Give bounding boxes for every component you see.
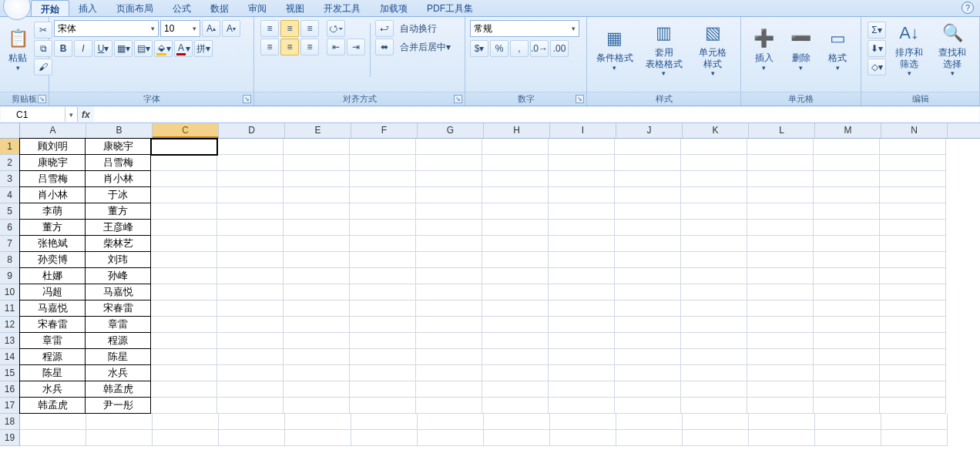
cell-C12[interactable] xyxy=(151,317,217,333)
col-header-M[interactable]: M xyxy=(815,123,881,138)
cell-M1[interactable] xyxy=(814,139,880,155)
cell-G2[interactable] xyxy=(416,155,482,171)
cell-J19[interactable] xyxy=(616,430,683,446)
cell-K3[interactable] xyxy=(681,171,747,187)
cell-F1[interactable] xyxy=(350,139,416,155)
cell-D14[interactable] xyxy=(217,349,284,365)
align-left-button[interactable]: ≡ xyxy=(260,39,279,55)
cell-B3[interactable]: 肖小林 xyxy=(85,170,151,187)
cell-I10[interactable] xyxy=(549,284,615,300)
cell-K16[interactable] xyxy=(681,381,747,398)
cell-A15[interactable]: 陈星 xyxy=(19,364,86,381)
cell-G12[interactable] xyxy=(416,317,482,333)
cell-J15[interactable] xyxy=(615,365,681,381)
row-header-12[interactable]: 12 xyxy=(0,317,19,333)
cell-H4[interactable] xyxy=(482,187,549,203)
cell-K2[interactable] xyxy=(681,155,747,171)
cell-K18[interactable] xyxy=(683,414,749,430)
cell-D5[interactable] xyxy=(217,203,284,220)
cell-I2[interactable] xyxy=(549,155,615,171)
cell-L13[interactable] xyxy=(747,333,814,349)
cell-N13[interactable] xyxy=(880,333,946,349)
align-top-button[interactable]: ≡ xyxy=(260,20,279,37)
cell-D9[interactable] xyxy=(217,268,284,284)
cell-G3[interactable] xyxy=(416,171,482,187)
cell-L11[interactable] xyxy=(747,300,814,317)
phonetic-button[interactable]: 拼▾ xyxy=(194,40,213,57)
cell-I8[interactable] xyxy=(549,252,615,268)
cell-M4[interactable] xyxy=(814,187,880,203)
cell-A19[interactable] xyxy=(20,430,86,446)
row-header-9[interactable]: 9 xyxy=(0,268,19,284)
cell-D4[interactable] xyxy=(217,187,284,203)
cell-B16[interactable]: 韩孟虎 xyxy=(85,381,151,398)
cell-D2[interactable] xyxy=(217,155,284,171)
cell-M7[interactable] xyxy=(814,236,880,252)
cell-I4[interactable] xyxy=(549,187,615,203)
clipboard-launcher[interactable]: ↘ xyxy=(38,95,46,103)
cell-N4[interactable] xyxy=(880,187,946,203)
row-header-13[interactable]: 13 xyxy=(0,333,19,349)
fill-color-button[interactable]: ⬙▾ xyxy=(154,40,173,57)
decrease-indent-button[interactable]: ⇤ xyxy=(327,39,345,55)
cell-J14[interactable] xyxy=(615,349,681,365)
cell-J17[interactable] xyxy=(615,398,681,414)
cell-G14[interactable] xyxy=(416,349,482,365)
cell-L4[interactable] xyxy=(747,187,814,203)
col-header-E[interactable]: E xyxy=(285,123,351,138)
cell-J18[interactable] xyxy=(616,414,683,430)
cell-N6[interactable] xyxy=(880,220,946,236)
col-header-D[interactable]: D xyxy=(219,123,285,138)
cell-I15[interactable] xyxy=(549,365,615,381)
fill-button[interactable]: ⬇▾ xyxy=(868,40,886,57)
number-format-combo[interactable]: 常规▾ xyxy=(470,20,579,37)
cell-B8[interactable]: 刘玮 xyxy=(85,251,151,268)
cell-I3[interactable] xyxy=(549,171,615,187)
cell-K9[interactable] xyxy=(681,268,747,284)
cell-F9[interactable] xyxy=(350,268,416,284)
col-header-C[interactable]: C xyxy=(153,123,219,138)
cell-M18[interactable] xyxy=(815,414,881,430)
row-header-18[interactable]: 18 xyxy=(0,414,19,430)
borders-more-button[interactable]: ▤▾ xyxy=(134,40,153,57)
row-header-14[interactable]: 14 xyxy=(0,349,19,365)
cell-B4[interactable]: 于冰 xyxy=(85,186,151,203)
cell-F5[interactable] xyxy=(350,203,416,220)
cell-I7[interactable] xyxy=(549,236,615,252)
italic-button[interactable]: I xyxy=(74,40,92,57)
cell-D17[interactable] xyxy=(217,398,284,414)
cell-C3[interactable] xyxy=(151,171,217,187)
cell-C4[interactable] xyxy=(151,187,217,203)
cell-N9[interactable] xyxy=(880,268,946,284)
row-header-4[interactable]: 4 xyxy=(0,187,19,203)
col-header-G[interactable]: G xyxy=(418,123,484,138)
cell-H6[interactable] xyxy=(482,220,549,236)
cell-E19[interactable] xyxy=(285,430,351,446)
number-launcher[interactable]: ↘ xyxy=(576,95,584,103)
cell-A9[interactable]: 杜娜 xyxy=(19,267,86,284)
cell-C19[interactable] xyxy=(153,430,219,446)
cell-F13[interactable] xyxy=(350,333,416,349)
row-header-10[interactable]: 10 xyxy=(0,284,19,300)
cell-A17[interactable]: 韩孟虎 xyxy=(19,397,86,414)
tab-8[interactable]: 加载项 xyxy=(371,0,418,16)
cell-K19[interactable] xyxy=(683,430,749,446)
cell-F14[interactable] xyxy=(350,349,416,365)
cell-N18[interactable] xyxy=(881,414,948,430)
cell-E12[interactable] xyxy=(284,317,350,333)
cell-E6[interactable] xyxy=(284,220,350,236)
cell-H14[interactable] xyxy=(482,349,549,365)
cell-G16[interactable] xyxy=(416,381,482,398)
cell-C10[interactable] xyxy=(151,284,217,300)
cell-F7[interactable] xyxy=(350,236,416,252)
row-header-5[interactable]: 5 xyxy=(0,203,19,220)
cell-N14[interactable] xyxy=(880,349,946,365)
cell-L16[interactable] xyxy=(747,381,814,398)
cell-K14[interactable] xyxy=(681,349,747,365)
cell-C14[interactable] xyxy=(151,349,217,365)
cell-H1[interactable] xyxy=(482,139,549,155)
cell-D11[interactable] xyxy=(217,300,284,317)
cell-G8[interactable] xyxy=(416,252,482,268)
cell-M6[interactable] xyxy=(814,220,880,236)
cell-I5[interactable] xyxy=(549,203,615,220)
